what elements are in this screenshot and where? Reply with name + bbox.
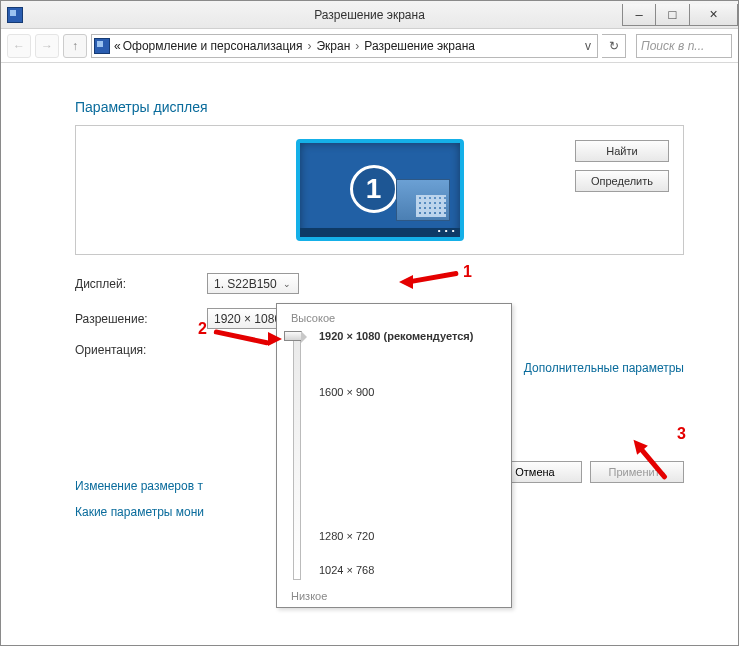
annotation-number-1: 1: [463, 263, 472, 281]
minimize-button[interactable]: –: [622, 4, 656, 26]
resolution-high-label: Высокое: [291, 312, 501, 324]
search-placeholder: Поиск в п...: [641, 39, 704, 53]
chevron-right-icon: ›: [352, 39, 362, 53]
slider-track[interactable]: [293, 336, 301, 580]
find-button[interactable]: Найти: [575, 140, 669, 162]
display-settings-window: Разрешение экрана – □ × ← → ↑ « Оформлен…: [0, 0, 739, 646]
search-input[interactable]: Поиск в п...: [636, 34, 732, 58]
titlebar: Разрешение экрана – □ ×: [1, 1, 738, 29]
display-label: Дисплей:: [75, 277, 207, 291]
maximize-button[interactable]: □: [656, 4, 690, 26]
back-button[interactable]: ←: [7, 34, 31, 58]
orientation-label: Ориентация:: [75, 343, 207, 357]
advanced-settings-link[interactable]: Дополнительные параметры: [524, 361, 684, 375]
navigation-bar: ← → ↑ « Оформление и персонализация › Эк…: [1, 29, 738, 63]
breadcrumb-prefix: «: [114, 39, 121, 53]
slider-thumb[interactable]: [284, 331, 302, 341]
up-button[interactable]: ↑: [63, 34, 87, 58]
display-select-value: 1. S22B150: [214, 277, 277, 291]
breadcrumb-seg2[interactable]: Экран: [316, 39, 350, 53]
monitor-preview[interactable]: 1: [296, 139, 464, 241]
resolution-low-label: Низкое: [291, 590, 501, 602]
monitor-icon: [94, 38, 110, 54]
resolution-slider[interactable]: [287, 330, 307, 586]
display-select[interactable]: 1. S22B150 ⌄: [207, 273, 299, 294]
monitor-taskbar: [300, 228, 460, 237]
resolution-label: Разрешение:: [75, 312, 207, 326]
breadcrumb-seg1[interactable]: Оформление и персонализация: [123, 39, 303, 53]
app-icon: [7, 7, 23, 23]
apply-button[interactable]: Применить: [590, 461, 684, 483]
annotation-number-3: 3: [677, 425, 686, 443]
annotation-number-2: 2: [198, 320, 207, 338]
window-controls: – □ ×: [622, 4, 738, 26]
monitor-number: 1: [350, 165, 398, 213]
chevron-down-icon[interactable]: v: [581, 39, 595, 53]
monitor-desktop-icon: [396, 179, 450, 221]
monitor-preview-panel: 1 Найти Определить: [75, 125, 684, 255]
breadcrumb-seg3[interactable]: Разрешение экрана: [364, 39, 475, 53]
resolution-dropdown-popup[interactable]: Высокое 1920 × 1080 (рекомендуется) 1600…: [276, 303, 512, 608]
forward-button[interactable]: →: [35, 34, 59, 58]
close-button[interactable]: ×: [690, 4, 738, 26]
breadcrumb[interactable]: « Оформление и персонализация › Экран › …: [91, 34, 598, 58]
resolution-option[interactable]: 1920 × 1080 (рекомендуется): [319, 330, 473, 342]
resolution-option[interactable]: 1024 × 768: [319, 564, 374, 576]
identify-button[interactable]: Определить: [575, 170, 669, 192]
page-title: Параметры дисплея: [75, 99, 684, 115]
resolution-option[interactable]: 1280 × 720: [319, 530, 374, 542]
chevron-down-icon: ⌄: [283, 279, 291, 289]
refresh-button[interactable]: ↻: [602, 34, 626, 58]
chevron-right-icon: ›: [304, 39, 314, 53]
resolution-list: 1920 × 1080 (рекомендуется) 1600 × 900 1…: [319, 330, 501, 586]
resolution-option[interactable]: 1600 × 900: [319, 386, 374, 398]
window-title: Разрешение экрана: [314, 8, 425, 22]
